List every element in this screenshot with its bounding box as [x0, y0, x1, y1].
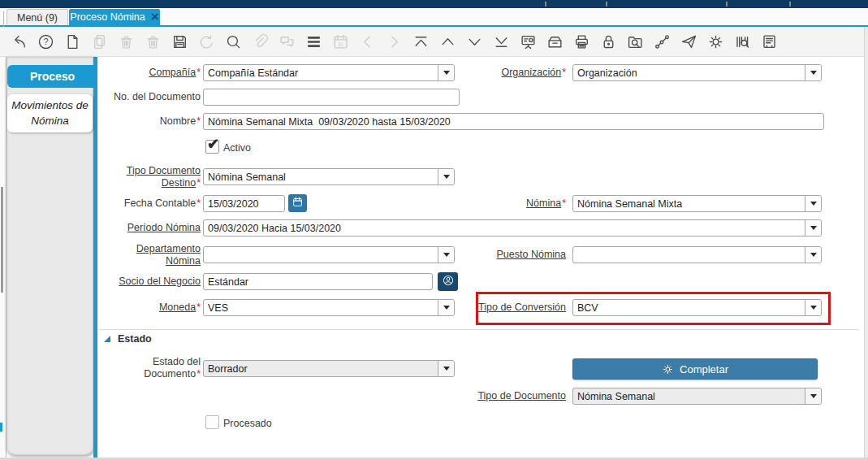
chevron-down-icon — [810, 202, 817, 206]
dropdown-button[interactable] — [805, 388, 821, 404]
tipo-documento-destino-label[interactable]: Tipo Documento Destino* — [97, 165, 201, 189]
calendar-icon — [291, 196, 304, 211]
first-record-icon[interactable] — [412, 33, 430, 50]
browser-top-bar — [0, 0, 868, 8]
estado-group-header[interactable]: Estado — [104, 333, 152, 345]
report-window-icon[interactable] — [761, 33, 778, 50]
fecha-contable-field[interactable]: 15/03/2020 — [203, 195, 285, 212]
gear-icon — [662, 363, 674, 375]
completar-button-label: Completar — [680, 363, 728, 375]
grid-toggle-icon[interactable] — [305, 33, 322, 50]
lock-icon[interactable] — [600, 33, 617, 50]
topbar-separator — [545, 2, 546, 7]
chevron-down-icon — [810, 71, 817, 75]
departamento-nomina-label[interactable]: Departamento Nómina — [97, 243, 201, 267]
left-scrollbar-thumb[interactable] — [1, 187, 3, 293]
send-icon[interactable] — [680, 33, 697, 50]
procesado-label: Procesado — [223, 418, 272, 429]
dropdown-button[interactable] — [438, 169, 454, 184]
tipo-documento-label[interactable]: Tipo de Documento — [447, 388, 566, 405]
tab-bar: Menú (9) Proceso Nómina × — [0, 8, 868, 27]
window-edge — [3, 11, 4, 27]
no-documento-label: No. del Documento — [97, 89, 201, 106]
toolbar: ?31 — [0, 27, 868, 57]
nombre-field[interactable]: Nómina Semanal Mixta 09/03/2020 hasta 15… — [203, 113, 824, 130]
chevron-down-icon — [443, 175, 450, 179]
periodo-nomina-label[interactable]: Período Nómina — [97, 219, 201, 237]
business-partner-button[interactable] — [438, 272, 458, 291]
moneda-label[interactable]: Moneda* — [97, 299, 201, 316]
last-record-icon[interactable] — [493, 33, 510, 50]
sidebar: Proceso Movimientos de Nómina — [0, 57, 97, 458]
nomina-field[interactable]: Nómina Semanal Mixta — [572, 195, 822, 212]
report-icon[interactable] — [520, 33, 537, 50]
process-icon[interactable] — [707, 33, 724, 50]
undo-icon[interactable] — [11, 33, 28, 50]
activo-label: Activo — [223, 142, 251, 154]
print-icon[interactable] — [573, 33, 590, 50]
form-panel: Compañía* Compañía Estándar Organización… — [97, 57, 864, 458]
product-info-icon[interactable] — [734, 33, 751, 50]
tab-proceso-nomina[interactable]: Proceso Nómina × — [69, 9, 160, 25]
archive-icon[interactable] — [546, 33, 564, 50]
puesto-nomina-label[interactable]: Puesto Nómina — [447, 246, 566, 263]
procesado-checkbox[interactable] — [205, 415, 219, 429]
svg-text:?: ? — [43, 37, 48, 46]
compania-label[interactable]: Compañía* — [97, 64, 201, 81]
business-partner-icon — [442, 274, 455, 290]
fecha-contable-label: Fecha Contable* — [97, 195, 201, 212]
activo-checkbox[interactable] — [205, 140, 219, 154]
moneda-field[interactable]: VES — [203, 299, 455, 316]
no-documento-field[interactable] — [203, 89, 460, 106]
save-icon[interactable] — [171, 33, 188, 50]
zoom-across-icon[interactable] — [627, 33, 644, 50]
organizacion-field[interactable]: Organización — [572, 64, 822, 81]
estado-documento-label: Estado del Documento* — [97, 356, 201, 380]
topbar-separator — [726, 2, 728, 7]
right-scrollbar-track[interactable] — [864, 27, 868, 458]
dropdown-button[interactable] — [805, 196, 821, 211]
tipo-documento-field[interactable]: Nómina Semanal — [572, 388, 822, 405]
tab-proceso-nomina-label: Proceso Nómina — [70, 11, 145, 23]
topbar-separator — [789, 2, 791, 7]
close-tab-icon[interactable]: × — [151, 11, 159, 23]
workflow-icon[interactable] — [654, 33, 671, 50]
dropdown-button[interactable] — [805, 220, 821, 236]
dropdown-button[interactable] — [805, 65, 821, 80]
dropdown-button[interactable] — [438, 361, 454, 376]
organizacion-label[interactable]: Organización* — [447, 64, 566, 81]
parent-record-icon[interactable] — [439, 33, 456, 50]
estado-group-title: Estado — [118, 333, 152, 345]
highlight-box — [476, 292, 831, 325]
chevron-down-icon — [810, 226, 817, 230]
sidebar-item-proceso[interactable]: Proceso — [7, 65, 97, 88]
help-icon[interactable]: ? — [37, 33, 54, 50]
periodo-nomina-field[interactable]: 09/03/2020 Hacia 15/03/2020 — [203, 219, 822, 237]
left-accent-mark — [0, 423, 2, 432]
copy-record-icon — [91, 33, 108, 50]
delete-selection-icon — [145, 33, 162, 50]
topbar-separator — [606, 2, 607, 7]
previous-record-icon — [359, 33, 376, 50]
puesto-nomina-field[interactable] — [572, 246, 822, 263]
payroll-process-window: Menú (9) Proceso Nómina × ?31 Proceso Mo… — [0, 0, 868, 460]
detail-record-icon[interactable] — [466, 33, 483, 50]
calendar-picker-button[interactable] — [288, 194, 307, 212]
sidebar-item-label: Proceso — [30, 70, 75, 83]
estado-documento-field[interactable]: Borrador — [203, 360, 455, 377]
new-record-icon[interactable] — [64, 33, 81, 50]
nomina-label[interactable]: Nómina* — [447, 195, 566, 212]
find-icon[interactable] — [225, 33, 242, 50]
tipo-documento-destino-field[interactable]: Nómina Semanal — [203, 168, 455, 185]
next-record-icon — [386, 33, 403, 50]
socio-del-negocio-label[interactable]: Socio del Negocio — [97, 273, 201, 290]
dropdown-button[interactable] — [805, 247, 821, 263]
sidebar-item-movimientos-de-nomina[interactable]: Movimientos de Nómina — [7, 94, 93, 132]
completar-button[interactable]: Completar — [572, 358, 818, 380]
chevron-down-icon — [810, 394, 817, 398]
socio-del-negocio-field[interactable]: Estándar — [203, 273, 433, 290]
departamento-nomina-field[interactable] — [203, 246, 455, 263]
chat-icon — [279, 33, 296, 50]
compania-field[interactable]: Compañía Estándar — [203, 64, 455, 81]
tab-menu[interactable]: Menú (9) — [6, 9, 68, 25]
